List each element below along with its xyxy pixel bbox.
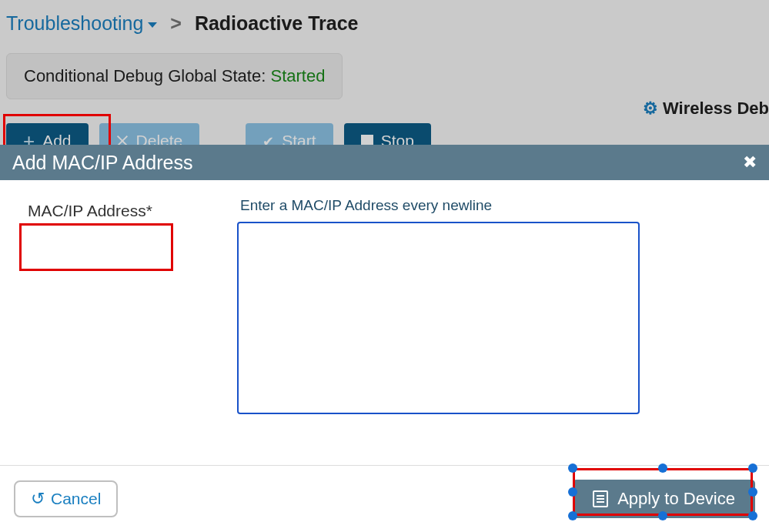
- undo-icon: [31, 489, 45, 509]
- breadcrumb-separator: >: [170, 12, 182, 34]
- breadcrumb-root-link[interactable]: Troubleshooting: [6, 12, 157, 35]
- chevron-down-icon: [148, 22, 157, 28]
- modal-header: Add MAC/IP Address ✖: [0, 145, 769, 180]
- wireless-debug-label: Wireless Deb: [663, 99, 769, 119]
- add-mac-ip-modal: Add MAC/IP Address ✖ MAC/IP Address* Ent…: [0, 180, 769, 532]
- cancel-button[interactable]: Cancel: [14, 480, 118, 517]
- debug-status-label: Conditional Debug Global State:: [24, 66, 266, 85]
- mac-ip-field-column: Enter a MAC/IP Address every newline: [237, 197, 755, 448]
- save-icon: [593, 490, 608, 507]
- gear-icon: ⚙: [643, 99, 658, 119]
- apply-to-device-button[interactable]: Apply to Device: [573, 480, 755, 518]
- mac-ip-field-label: MAC/IP Address*: [14, 197, 222, 448]
- mac-ip-hint: Enter a MAC/IP Address every newline: [240, 197, 640, 214]
- breadcrumb-root-label: Troubleshooting: [6, 12, 143, 35]
- debug-status-pill: Conditional Debug Global State: Started: [6, 53, 343, 99]
- cancel-button-label: Cancel: [51, 490, 101, 508]
- close-icon[interactable]: ✖: [743, 152, 757, 172]
- debug-status-value: Started: [270, 66, 325, 85]
- mac-ip-textarea[interactable]: [237, 222, 640, 414]
- modal-footer: Cancel Apply to Device: [0, 465, 769, 532]
- modal-body: MAC/IP Address* Enter a MAC/IP Address e…: [0, 180, 769, 465]
- breadcrumb-current: Radioactive Trace: [195, 12, 359, 34]
- modal-title: Add MAC/IP Address: [12, 152, 192, 174]
- wireless-debug-link[interactable]: ⚙ Wireless Deb: [643, 99, 769, 119]
- apply-button-label: Apply to Device: [617, 489, 735, 509]
- breadcrumb: Troubleshooting > Radioactive Trace: [0, 0, 769, 47]
